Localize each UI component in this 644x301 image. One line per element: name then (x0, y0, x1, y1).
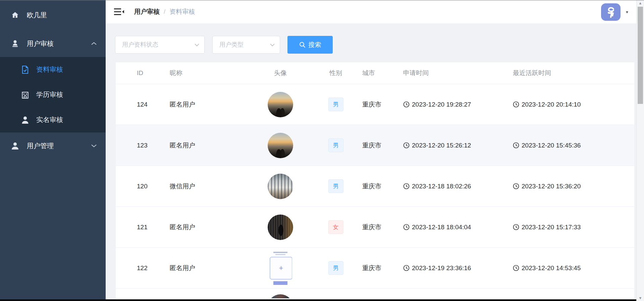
table-row-partial (116, 289, 634, 298)
cell-city: 重庆市 (354, 182, 398, 191)
apply-time-value: 2023-12-20 19:28:27 (412, 101, 471, 108)
cell-nickname: 微信用户 (170, 182, 244, 191)
chevron-down-icon (91, 144, 97, 148)
column-header-id: ID (137, 69, 170, 77)
avatar-image[interactable] (268, 294, 293, 298)
apply-time-cell: 2023-12-20 19:28:27 (403, 101, 508, 108)
cell-nickname: 匿名用户 (170, 223, 244, 232)
column-header-active-time: 最近活跃时间 (508, 69, 634, 77)
user-avatar[interactable] (601, 3, 621, 21)
scrollbar-up-arrow[interactable]: ▲ (637, 1, 644, 5)
table-row[interactable]: 122 匿名用户 男 重庆市 2023-12-19 23:36:16 2023-… (116, 248, 634, 289)
cell-id: 124 (137, 101, 170, 108)
table-row[interactable]: 124 匿名用户 男 重庆市 2023-12-20 19:28:27 2023-… (116, 84, 634, 125)
gender-badge: 男 (328, 98, 343, 111)
avatar-dropdown-caret[interactable]: ▼ (625, 10, 629, 14)
sidebar-item-education-audit[interactable]: 学历审核 (0, 82, 106, 107)
chevron-down-icon (194, 43, 200, 47)
column-header-city: 城市 (354, 69, 398, 77)
apply-time-value: 2023-12-18 18:02:26 (412, 183, 471, 190)
cell-city: 重庆市 (354, 100, 398, 109)
apply-time-cell: 2023-12-18 18:04:04 (403, 224, 508, 231)
top-navbar: 用户审核 / 资料审核 ▼ (106, 0, 636, 23)
building-icon (21, 91, 30, 99)
document-check-icon (21, 65, 30, 74)
breadcrumb-separator: / (164, 8, 165, 15)
active-time-value: 2023-12-20 15:36:20 (522, 183, 581, 190)
cell-city: 重庆市 (354, 141, 398, 150)
audit-table: ID 昵称 头像 性别 城市 申请时间 最近活跃时间 124 匿名用户 男 重庆… (116, 62, 634, 299)
gender-badge: 男 (328, 179, 343, 193)
clock-icon (513, 101, 519, 108)
home-icon (11, 11, 19, 19)
clock-icon (403, 265, 410, 271)
avatar-logo-glyph (604, 6, 617, 18)
cell-city: 重庆市 (354, 264, 398, 273)
profile-status-input[interactable] (115, 36, 204, 53)
column-header-apply-time: 申请时间 (398, 69, 508, 77)
scrollbar-down-arrow[interactable]: ▼ (637, 296, 644, 300)
window-bottom-edge (0, 299, 636, 301)
apply-time-value: 2023-12-19 23:36:16 (412, 264, 471, 272)
sidebar-item-label: 实名审核 (36, 115, 63, 124)
cell-nickname: 匿名用户 (170, 264, 244, 273)
column-header-avatar: 头像 (244, 69, 317, 77)
active-time-cell: 2023-12-20 15:45:36 (513, 142, 634, 149)
sidebar-group-label: 用户管理 (27, 141, 54, 150)
cell-id: 123 (137, 142, 170, 149)
apply-time-value: 2023-12-18 18:04:04 (412, 224, 471, 231)
table-row[interactable]: 120 微信用户 男 重庆市 2023-12-18 18:02:26 2023-… (116, 166, 634, 207)
gender-badge: 男 (328, 261, 343, 275)
column-header-nickname: 昵称 (170, 69, 244, 77)
window-top-edge (0, 0, 644, 1)
breadcrumb-parent[interactable]: 用户审核 (134, 7, 160, 16)
avatar-image[interactable] (268, 133, 293, 158)
clock-icon (403, 101, 410, 108)
avatar-image[interactable] (269, 250, 292, 286)
avatar-image[interactable] (268, 92, 293, 117)
clock-icon (403, 183, 410, 189)
apply-time-cell: 2023-12-20 15:26:12 (403, 142, 508, 149)
active-time-value: 2023-12-20 14:53:45 (522, 264, 581, 272)
gender-badge: 女 (328, 220, 343, 234)
search-button-label: 搜索 (309, 41, 321, 49)
cell-id: 121 (137, 224, 170, 231)
cell-id: 120 (137, 183, 170, 190)
sidebar-group-label: 用户审核 (27, 39, 54, 48)
avatar-image[interactable] (268, 215, 293, 240)
cell-nickname: 匿名用户 (170, 100, 244, 109)
sidebar-group-user-audit[interactable]: 用户审核 (0, 30, 106, 57)
table-row[interactable]: 121 匿名用户 女 重庆市 2023-12-18 18:04:04 2023-… (116, 207, 634, 248)
clock-icon (513, 183, 519, 189)
table-body: 124 匿名用户 男 重庆市 2023-12-20 19:28:27 2023-… (116, 84, 634, 289)
clock-icon (403, 142, 410, 148)
cell-id: 122 (137, 264, 170, 272)
search-button[interactable]: 搜索 (287, 36, 333, 54)
user-icon (11, 141, 19, 150)
active-time-value: 2023-12-20 15:17:33 (522, 224, 581, 231)
avatar-image[interactable] (268, 174, 293, 199)
vertical-scrollbar[interactable]: ▲ ▼ (636, 0, 644, 301)
sidebar-item-profile-audit[interactable]: 资料审核 (0, 57, 106, 82)
sidebar-item-label: 学历审核 (36, 90, 63, 99)
sidebar-item-realname-audit[interactable]: 实名审核 (0, 107, 106, 132)
filter-bar: 搜索 (115, 36, 333, 54)
sidebar: 欧几里 用户审核 资料审核 学历审核 实名审核 (0, 0, 106, 299)
sidebar-group-user-management[interactable]: 用户管理 (0, 132, 106, 159)
cell-city: 重庆市 (354, 223, 398, 232)
table-row[interactable]: 123 匿名用户 男 重庆市 2023-12-20 15:26:12 2023-… (116, 125, 634, 166)
apply-time-cell: 2023-12-18 18:02:26 (403, 183, 508, 190)
active-time-cell: 2023-12-20 15:36:20 (513, 183, 634, 190)
scrollbar-thumb[interactable] (638, 7, 643, 104)
user-type-select[interactable] (212, 36, 280, 54)
apply-time-value: 2023-12-20 15:26:12 (412, 142, 471, 149)
sidebar-collapse-icon[interactable] (114, 7, 124, 16)
profile-status-select[interactable] (115, 36, 205, 54)
clock-icon (513, 265, 519, 271)
sidebar-item-home[interactable]: 欧几里 (0, 0, 106, 30)
breadcrumb-current: 资料审核 (169, 7, 195, 16)
cell-nickname: 匿名用户 (170, 141, 244, 150)
active-time-value: 2023-12-20 15:45:36 (522, 142, 581, 149)
clock-icon (403, 224, 410, 230)
active-time-cell: 2023-12-20 15:17:33 (513, 224, 634, 231)
